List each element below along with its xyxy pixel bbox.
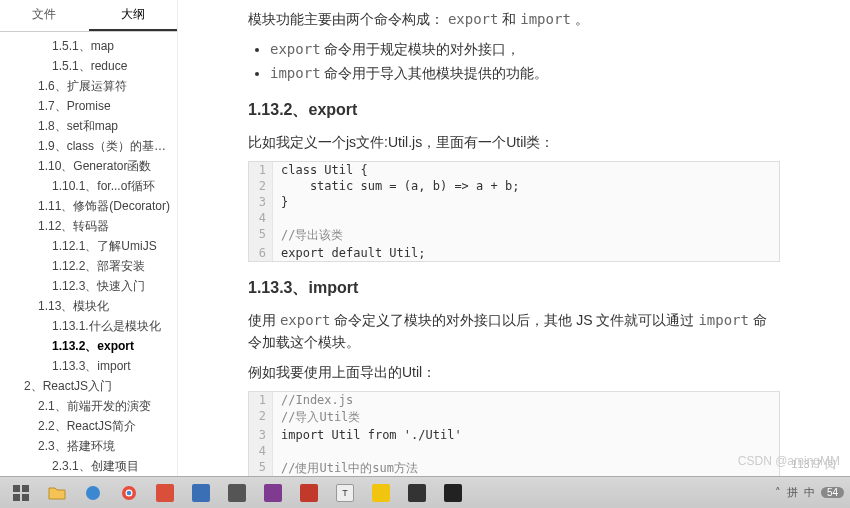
line-number: 3	[249, 194, 273, 210]
toc-item[interactable]: 1.11、修饰器(Decorator)	[6, 196, 177, 216]
app-button-5[interactable]	[292, 480, 326, 506]
toc-item[interactable]: 1.5.1、map	[6, 36, 177, 56]
toc-item[interactable]: 1.12.1、了解UmiJS	[6, 236, 177, 256]
app-icon	[192, 484, 210, 502]
text: 命令定义了模块的对外接口以后，其他 JS 文件就可以通过	[330, 312, 698, 328]
code-line: class Util {	[273, 162, 376, 178]
text: 。	[571, 11, 589, 27]
chrome-icon	[120, 484, 138, 502]
heading-import: 1.13.3、import	[248, 278, 780, 299]
text: 模块功能主要由两个命令构成：	[248, 11, 448, 27]
paragraph: 模块功能主要由两个命令构成： export 和 import 。	[248, 8, 780, 30]
edge-icon	[84, 484, 102, 502]
toc-item[interactable]: 1.13、模块化	[6, 296, 177, 316]
paragraph: 使用 export 命令定义了模块的对外接口以后，其他 JS 文件就可以通过 i…	[248, 309, 780, 353]
toc-item[interactable]: 2.3.1、创建项目	[6, 456, 177, 476]
toc-item[interactable]: 1.10.1、for...of循环	[6, 176, 177, 196]
toc-item[interactable]: 1.13.2、export	[6, 336, 177, 356]
list-item: import 命令用于导入其他模块提供的功能。	[270, 62, 780, 84]
line-number: 1	[249, 162, 273, 178]
tab-file[interactable]: 文件	[0, 0, 89, 31]
toc-item[interactable]: 1.13.1.什么是模块化	[6, 316, 177, 336]
toc-item[interactable]: 2、ReactJS入门	[6, 376, 177, 396]
app-icon	[156, 484, 174, 502]
toc-item[interactable]: 1.5.1、reduce	[6, 56, 177, 76]
toc-item[interactable]: 1.12.3、快速入门	[6, 276, 177, 296]
line-number: 5	[249, 226, 273, 245]
app-icon: T	[336, 484, 354, 502]
line-number: 2	[249, 178, 273, 194]
code-line: //使用Util中的sum方法	[273, 459, 426, 476]
toc-item[interactable]: 1.9、class（类）的基本语法	[6, 136, 177, 156]
code-line: static sum = (a, b) => a + b;	[273, 178, 527, 194]
app-icon	[228, 484, 246, 502]
ime-indicator-1[interactable]: 拼	[787, 485, 798, 500]
app-button-3[interactable]	[220, 480, 254, 506]
code-line	[273, 443, 289, 459]
app-button-7[interactable]	[364, 480, 398, 506]
folder-icon	[48, 484, 66, 502]
line-number: 4	[249, 210, 273, 226]
app-icon	[372, 484, 390, 502]
chrome-button[interactable]	[112, 480, 146, 506]
text: 命令用于导入其他模块提供的功能。	[321, 65, 549, 81]
windows-icon	[12, 484, 30, 502]
toc-item[interactable]: 1.13.3、import	[6, 356, 177, 376]
code-line: //导出该类	[273, 226, 351, 245]
bullet-list: export 命令用于规定模块的对外接口， import 命令用于导入其他模块提…	[248, 38, 780, 84]
app-icon	[444, 484, 462, 502]
svg-point-7	[127, 490, 132, 495]
taskbar: T ˄ 拼 中 54	[0, 476, 850, 508]
code-line: //导入Util类	[273, 408, 368, 427]
toc-item[interactable]: 1.6、扩展运算符	[6, 76, 177, 96]
toc-item[interactable]: 1.12.2、部署安装	[6, 256, 177, 276]
list-item: export 命令用于规定模块的对外接口，	[270, 38, 780, 60]
system-tray: ˄ 拼 中 54	[775, 485, 844, 500]
heading-export: 1.13.2、export	[248, 100, 780, 121]
toc-item[interactable]: 1.10、Generator函数	[6, 156, 177, 176]
svg-rect-2	[13, 494, 20, 501]
table-of-contents: 1.5.1、map1.5.1、reduce1.6、扩展运算符1.7、Promis…	[0, 32, 177, 476]
browser-button[interactable]	[76, 480, 110, 506]
line-number: 1	[249, 392, 273, 408]
code-keyword: export	[270, 41, 321, 57]
line-number: 6	[249, 245, 273, 261]
sidebar-tabs: 文件 大纲	[0, 0, 177, 32]
toc-item[interactable]: 1.12、转码器	[6, 216, 177, 236]
app-button-9[interactable]	[436, 480, 470, 506]
code-keyword: export	[448, 11, 499, 27]
svg-rect-1	[22, 485, 29, 492]
sidebar: 文件 大纲 1.5.1、map1.5.1、reduce1.6、扩展运算符1.7、…	[0, 0, 178, 476]
code-line: }	[273, 194, 296, 210]
app-icon	[408, 484, 426, 502]
toc-item[interactable]: 1.8、set和map	[6, 116, 177, 136]
svg-point-4	[86, 486, 100, 500]
tray-up-icon[interactable]: ˄	[775, 486, 781, 499]
toc-item[interactable]: 2.1、前端开发的演变	[6, 396, 177, 416]
code-keyword: import	[698, 312, 749, 328]
app-button-2[interactable]	[184, 480, 218, 506]
ime-indicator-2[interactable]: 中	[804, 485, 815, 500]
code-keyword: import	[520, 11, 571, 27]
code-line	[273, 210, 289, 226]
line-number: 5	[249, 459, 273, 476]
toc-item[interactable]: 2.3、搭建环境	[6, 436, 177, 456]
code-line: import Util from './Util'	[273, 427, 470, 443]
text: 使用	[248, 312, 280, 328]
tab-outline[interactable]: 大纲	[89, 0, 178, 31]
app-button-8[interactable]	[400, 480, 434, 506]
app-button-6[interactable]: T	[328, 480, 362, 506]
file-explorer-button[interactable]	[40, 480, 74, 506]
notification-badge[interactable]: 54	[821, 487, 844, 498]
toc-item[interactable]: 1.7、Promise	[6, 96, 177, 116]
app-button-4[interactable]	[256, 480, 290, 506]
code-keyword: import	[270, 65, 321, 81]
app-icon	[300, 484, 318, 502]
toc-item[interactable]: 2.2、ReactJS简介	[6, 416, 177, 436]
svg-rect-3	[22, 494, 29, 501]
read-count: 11377 阅	[791, 457, 836, 472]
article-content[interactable]: 模块功能主要由两个命令构成： export 和 import 。 export …	[178, 0, 850, 476]
app-button-1[interactable]	[148, 480, 182, 506]
code-line: export default Util;	[273, 245, 434, 261]
start-button[interactable]	[4, 480, 38, 506]
